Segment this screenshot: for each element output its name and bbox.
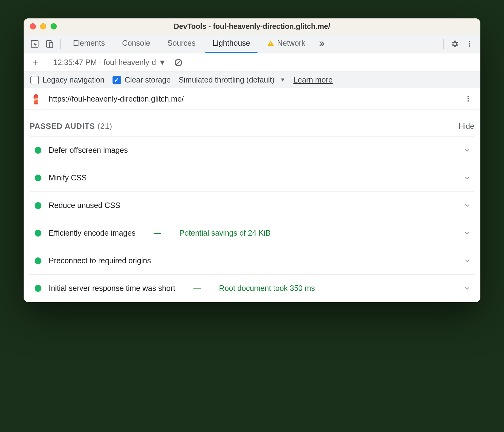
learn-more-link[interactable]: Learn more — [293, 75, 333, 84]
divider — [47, 57, 47, 68]
settings-icon[interactable] — [449, 38, 461, 50]
more-tabs-icon[interactable] — [315, 38, 327, 50]
svg-point-5 — [469, 41, 470, 42]
svg-point-7 — [469, 45, 470, 46]
audit-title: Reduce unused CSS — [49, 201, 120, 210]
warning-icon — [267, 40, 274, 47]
svg-rect-3 — [270, 42, 271, 44]
dropdown-caret-icon: ▼ — [158, 58, 166, 67]
clear-report-icon[interactable] — [172, 56, 185, 69]
svg-marker-12 — [34, 103, 38, 104]
divider — [443, 39, 444, 49]
traffic-lights — [30, 23, 57, 29]
checkbox-checked-icon: ✓ — [113, 76, 121, 84]
pass-status-icon — [35, 285, 41, 292]
audit-title: Efficiently encode images — [49, 229, 136, 237]
tabstrip: Elements Console Sources Lighthouse Netw… — [24, 34, 480, 53]
checkbox-unchecked-icon — [30, 76, 39, 84]
throttling-select[interactable]: Simulated throttling (default) ▼ — [179, 75, 286, 84]
audit-row[interactable]: Efficiently encode images — Potential sa… — [30, 219, 474, 247]
tab-lighthouse[interactable]: Lighthouse — [205, 34, 258, 53]
new-report-button[interactable]: ＋ — [30, 56, 41, 69]
report-header: https://foul-heavenly-direction.glitch.m… — [24, 88, 480, 110]
chevron-down-icon — [464, 147, 471, 154]
devtools-window: DevTools - foul-heavenly-direction.glitc… — [24, 18, 480, 302]
tab-network[interactable]: Network — [260, 34, 313, 53]
report-selector-label: 12:35:47 PM - foul-heavenly-d — [53, 58, 156, 67]
svg-marker-10 — [34, 94, 38, 98]
dash: — — [154, 229, 161, 237]
divider — [60, 39, 61, 49]
maximize-window-button[interactable] — [51, 23, 57, 29]
pass-status-icon — [35, 257, 41, 264]
chevron-down-icon — [464, 175, 471, 181]
audit-title: Defer offscreen images — [49, 146, 128, 155]
window-title: DevTools - foul-heavenly-direction.glitc… — [24, 22, 480, 31]
pass-status-icon — [35, 175, 41, 181]
svg-point-15 — [468, 98, 469, 99]
svg-rect-2 — [49, 42, 53, 48]
svg-line-9 — [176, 60, 181, 65]
overflow-menu-icon[interactable] — [463, 38, 475, 50]
passed-audits-section: PASSED AUDITS (21) Hide Defer offscreen … — [24, 110, 480, 302]
tab-network-label: Network — [277, 39, 305, 48]
minimize-window-button[interactable] — [40, 23, 46, 29]
audit-row[interactable]: Preconnect to required origins — [30, 247, 474, 274]
tab-elements[interactable]: Elements — [66, 34, 112, 53]
report-selector[interactable]: 12:35:47 PM - foul-heavenly-d ▼ — [53, 58, 166, 67]
section-count: (21) — [97, 122, 112, 130]
report-menu-icon[interactable] — [462, 93, 474, 105]
svg-point-6 — [469, 43, 470, 44]
clear-storage-label: Clear storage — [125, 75, 171, 84]
titlebar: DevTools - foul-heavenly-direction.glitc… — [24, 18, 480, 34]
svg-point-16 — [468, 100, 469, 102]
chevron-down-icon — [464, 257, 471, 264]
section-title: PASSED AUDITS (21) — [30, 122, 112, 131]
svg-point-14 — [468, 96, 469, 97]
tab-console[interactable]: Console — [115, 34, 158, 53]
pass-status-icon — [35, 202, 41, 209]
throttling-label: Simulated throttling (default) — [179, 75, 275, 84]
pass-status-icon — [35, 147, 41, 154]
audit-extra: Potential savings of 24 KiB — [179, 229, 270, 237]
section-title-text: PASSED AUDITS — [30, 122, 95, 130]
legacy-navigation-label: Legacy navigation — [43, 75, 105, 84]
options-bar: Legacy navigation ✓ Clear storage Simula… — [24, 72, 480, 88]
hide-button[interactable]: Hide — [459, 122, 474, 131]
tab-sources[interactable]: Sources — [160, 34, 203, 53]
audit-row[interactable]: Minify CSS — [30, 164, 474, 191]
legacy-navigation-option[interactable]: Legacy navigation — [30, 75, 105, 84]
inspect-element-icon[interactable] — [29, 38, 41, 50]
audit-title: Initial server response time was short — [49, 284, 175, 293]
close-window-button[interactable] — [30, 23, 36, 29]
svg-rect-4 — [270, 44, 271, 45]
audit-row[interactable]: Initial server response time was short —… — [30, 274, 474, 302]
chevron-down-icon — [464, 285, 471, 292]
audit-row[interactable]: Defer offscreen images — [30, 136, 474, 164]
section-header[interactable]: PASSED AUDITS (21) Hide — [30, 122, 474, 136]
chevron-down-icon — [464, 230, 471, 237]
audit-title: Minify CSS — [49, 173, 87, 182]
chevron-down-icon — [464, 202, 471, 209]
audit-title: Preconnect to required origins — [49, 256, 151, 265]
audit-list: Defer offscreen imagesMinify CSSReduce u… — [30, 136, 474, 302]
lighthouse-icon — [30, 93, 42, 105]
lighthouse-toolbar: ＋ 12:35:47 PM - foul-heavenly-d ▼ — [24, 53, 480, 72]
dash: — — [193, 284, 201, 293]
report-url: https://foul-heavenly-direction.glitch.m… — [49, 94, 455, 103]
audit-row[interactable]: Reduce unused CSS — [30, 191, 474, 219]
audit-extra: Root document took 350 ms — [219, 284, 315, 293]
clear-storage-option[interactable]: ✓ Clear storage — [113, 75, 171, 84]
dropdown-caret-icon: ▼ — [280, 77, 285, 83]
device-toolbar-icon[interactable] — [43, 38, 55, 50]
pass-status-icon — [35, 230, 41, 237]
